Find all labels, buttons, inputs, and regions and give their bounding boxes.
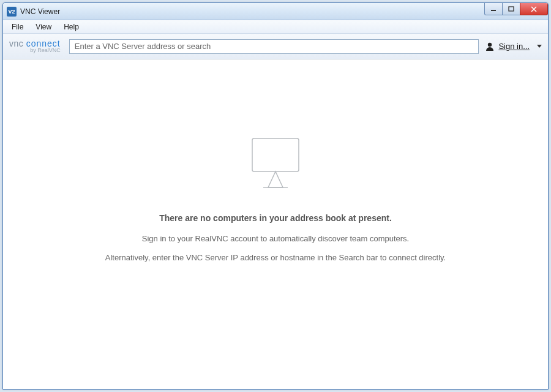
svg-rect-1 — [509, 7, 514, 11]
titlebar[interactable]: V2 VNC Viewer — [3, 3, 548, 20]
address-search-input[interactable] — [69, 39, 479, 54]
user-icon — [485, 42, 495, 51]
maximize-button[interactable] — [502, 3, 520, 15]
monitor-icon — [239, 127, 312, 201]
logo-byline: by RealVNC — [30, 48, 61, 53]
minimize-button[interactable] — [484, 3, 503, 15]
svg-rect-0 — [491, 10, 496, 11]
menu-view[interactable]: View — [29, 21, 58, 32]
close-button[interactable] — [520, 3, 548, 15]
menubar: File View Help — [3, 20, 548, 34]
menu-help[interactable]: Help — [58, 21, 85, 32]
svg-rect-3 — [252, 138, 299, 172]
vnc-connect-logo: vnc connect by RealVNC — [9, 39, 61, 53]
signin-button[interactable]: Sign in... — [485, 42, 542, 51]
empty-heading: There are no computers in your address b… — [159, 213, 392, 223]
menu-file[interactable]: File — [6, 21, 29, 32]
chevron-down-icon — [537, 45, 542, 48]
empty-line-1: Sign in to your RealVNC account to autom… — [142, 234, 409, 243]
window-title: VNC Viewer — [20, 7, 60, 16]
main-content: There are no computers in your address b… — [3, 59, 548, 389]
signin-label: Sign in... — [498, 42, 530, 51]
svg-point-2 — [488, 42, 492, 46]
empty-line-2: Alternatively, enter the VNC Server IP a… — [105, 253, 446, 262]
logo-prefix: vnc — [9, 39, 23, 48]
toolbar: vnc connect by RealVNC Sign in... — [3, 34, 548, 59]
app-window: V2 VNC Viewer File View Help vnc connect… — [2, 2, 549, 390]
app-icon: V2 — [7, 7, 17, 17]
window-controls — [485, 3, 548, 15]
